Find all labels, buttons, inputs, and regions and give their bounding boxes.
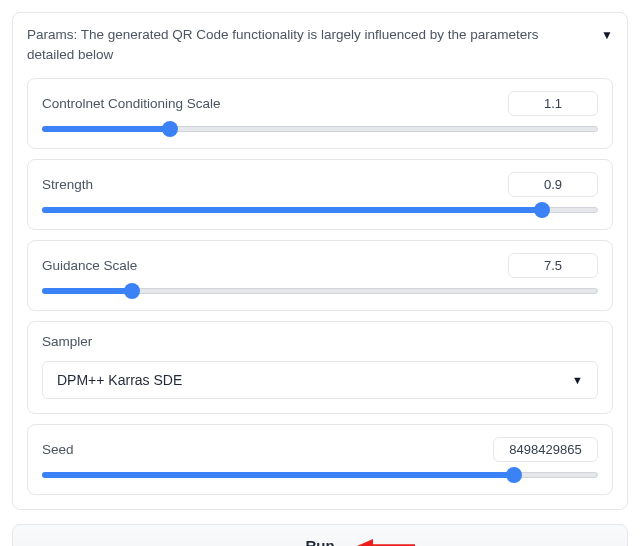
controlnet-slider-thumb[interactable]: [162, 121, 178, 137]
guidance-value-input[interactable]: [508, 253, 598, 278]
run-button[interactable]: Run: [12, 524, 628, 546]
caret-down-icon: ▼: [572, 374, 583, 386]
strength-label: Strength: [42, 177, 93, 192]
sampler-select[interactable]: DPM++ Karras SDE ▼: [42, 361, 598, 399]
guidance-slider[interactable]: [42, 288, 598, 294]
caret-down-icon: ▼: [601, 27, 613, 44]
seed-card: Seed: [27, 424, 613, 495]
run-button-label: Run: [305, 537, 334, 546]
guidance-slider-fill: [42, 288, 131, 294]
seed-label: Seed: [42, 442, 74, 457]
seed-slider-fill: [42, 472, 513, 478]
strength-slider-fill: [42, 207, 541, 213]
seed-slider-thumb[interactable]: [506, 467, 522, 483]
guidance-slider-thumb[interactable]: [124, 283, 140, 299]
strength-slider[interactable]: [42, 207, 598, 213]
strength-slider-thumb[interactable]: [534, 202, 550, 218]
guidance-card: Guidance Scale: [27, 240, 613, 311]
strength-card: Strength: [27, 159, 613, 230]
controlnet-label: Controlnet Conditioning Scale: [42, 96, 221, 111]
sampler-selected-value: DPM++ Karras SDE: [57, 372, 182, 388]
controlnet-slider-fill: [42, 126, 169, 132]
controlnet-value-input[interactable]: [508, 91, 598, 116]
panel-title: Params: The generated QR Code functional…: [27, 25, 567, 64]
controlnet-slider[interactable]: [42, 126, 598, 132]
params-panel: Params: The generated QR Code functional…: [12, 12, 628, 510]
red-arrow-annotation: [357, 536, 417, 546]
sampler-card: Sampler DPM++ Karras SDE ▼: [27, 321, 613, 414]
strength-value-input[interactable]: [508, 172, 598, 197]
sampler-label: Sampler: [42, 334, 598, 349]
seed-value-input[interactable]: [493, 437, 598, 462]
svg-marker-1: [357, 539, 373, 546]
guidance-label: Guidance Scale: [42, 258, 137, 273]
seed-slider[interactable]: [42, 472, 598, 478]
panel-header[interactable]: Params: The generated QR Code functional…: [27, 25, 613, 64]
controlnet-card: Controlnet Conditioning Scale: [27, 78, 613, 149]
